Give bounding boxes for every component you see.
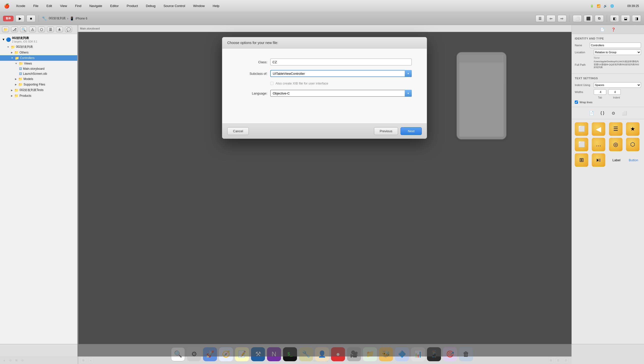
sidebar-list-icon[interactable]: ☰ xyxy=(47,27,54,32)
breadcrumb-project[interactable]: 002好友列表 xyxy=(49,16,66,20)
sidebar-item-supporting-files[interactable]: ▶ 📁 Supporting Files xyxy=(0,82,77,87)
widget-icon-7[interactable]: ◎ xyxy=(609,138,622,151)
sidebar-bookmark-icon[interactable]: ⬡ xyxy=(38,27,45,32)
right-panel: 📄 ❓ Identity and Type Name Location Rela… xyxy=(572,25,644,364)
menu-find[interactable]: Find xyxy=(74,4,83,8)
menu-file[interactable]: File xyxy=(32,4,40,8)
identity-type-section: Identity and Type Name Location Relative… xyxy=(572,34,644,74)
apple-menu[interactable]: 🍎 xyxy=(4,3,10,9)
storyboard-canvas: Choose options for your new file: Class:… xyxy=(78,32,572,356)
hide-right-panel-button[interactable]: ◨ xyxy=(632,15,641,22)
indent-width-input[interactable] xyxy=(608,89,621,95)
sidebar-item-controllers[interactable]: ▼ 📁 Controllers xyxy=(0,55,77,61)
next-button[interactable]: Next xyxy=(400,127,422,135)
hide-left-panel-button[interactable]: ◧ xyxy=(610,15,619,22)
project-panel-button[interactable]: ⬜ xyxy=(621,110,628,116)
sidebar-item-models[interactable]: ▶ 📁 Models xyxy=(0,76,77,82)
widget-icon-10[interactable]: ⏯ xyxy=(592,153,605,167)
widget-icon-6[interactable]: … xyxy=(592,138,605,151)
expand-icon: ▶ xyxy=(15,83,17,86)
sidebar-item-label: Controllers xyxy=(20,56,34,60)
sidebar-item-tests[interactable]: ▶ 📁 002好友列表Tests xyxy=(0,87,77,93)
button-widget-text: Button xyxy=(629,158,638,162)
editor-layout-3-button[interactable]: ⇨ xyxy=(558,15,566,22)
menu-window[interactable]: Window xyxy=(192,4,206,8)
name-input[interactable] xyxy=(590,42,641,48)
menu-help[interactable]: Help xyxy=(211,4,221,8)
file-inspector-button[interactable]: 📄 xyxy=(600,26,606,32)
sidebar-folder-icon[interactable]: 📁 xyxy=(2,27,9,32)
editor-layout-2-button[interactable]: ⇦ xyxy=(546,15,556,22)
widget-label-cell[interactable]: Label xyxy=(609,153,624,167)
sidebar-item-others[interactable]: ▶ 📁 Others xyxy=(0,50,77,55)
menu-view[interactable]: View xyxy=(58,4,68,8)
widths-row: Widths xyxy=(575,89,641,95)
run-button[interactable]: ▶ xyxy=(16,15,24,22)
sidebar-item-label: LaunchScreen.xib xyxy=(23,72,47,76)
sidebar-item-products[interactable]: ▶ 📁 Products xyxy=(0,93,77,98)
menu-navigate[interactable]: Navigate xyxy=(88,4,104,8)
widget-icon-1[interactable]: ⬜ xyxy=(575,122,588,136)
stop-square-button[interactable]: ■ xyxy=(26,15,36,22)
target-panel-button[interactable]: ⊙ xyxy=(610,110,617,116)
wrap-lines-checkbox[interactable] xyxy=(575,100,578,104)
menubar-right-icons: 🔋📶🔊🌐 xyxy=(590,4,614,8)
sidebar-item-mainstoryboard[interactable]: 🖼 Main.storyboard xyxy=(0,66,77,71)
indent-using-select[interactable]: Spaces Tabs xyxy=(594,82,641,88)
widget-button-cell[interactable]: Button xyxy=(626,153,641,167)
stop-button[interactable]: 暂停 xyxy=(3,16,14,21)
sidebar-item-launchscreen[interactable]: 🖼 LaunchScreen.xib xyxy=(0,71,77,76)
widget-icon-8[interactable]: ⬡ xyxy=(626,138,640,151)
sidebar-git-icon[interactable]: ⎇ xyxy=(11,27,18,32)
editor-layout-1-button[interactable]: ☰ xyxy=(536,15,544,22)
widget-icon-3[interactable]: ☰ xyxy=(609,122,622,136)
sidebar-item-project-group[interactable]: ▼ 📁 002好友列表 xyxy=(0,44,77,50)
menu-editor[interactable]: Editor xyxy=(109,4,120,8)
sidebar-search-icon[interactable]: 🔍 xyxy=(20,27,27,32)
previous-button[interactable]: Previous xyxy=(374,127,398,135)
class-input[interactable] xyxy=(270,58,412,66)
sidebar-branch-icon[interactable]: ⋔ xyxy=(56,27,63,32)
folder-icon: 📁 xyxy=(14,50,18,54)
widget-icon-9[interactable]: ⊞ xyxy=(575,153,588,167)
sidebar-project-root[interactable]: ▼ 🔵 002好友列表 2 targets, iOS SDK 8.1 xyxy=(0,35,77,44)
menu-xcode[interactable]: Xcode xyxy=(14,4,27,8)
hide-bottom-panel-button[interactable]: ⬓ xyxy=(621,15,630,22)
widget-icon-2[interactable]: ◀ xyxy=(592,122,605,136)
location-select[interactable]: Relative to Group Absolute Path xyxy=(594,50,641,55)
xib-checkbox[interactable] xyxy=(270,82,274,85)
code-panel-button[interactable]: { } xyxy=(599,110,606,116)
menubar-time: 09:39:25 xyxy=(627,4,639,8)
menu-debug[interactable]: Debug xyxy=(144,4,157,8)
menu-product[interactable]: Product xyxy=(125,4,140,8)
menubar: 🍎 Xcode File Edit View Find Navigate Edi… xyxy=(0,0,644,12)
file-panel-button[interactable]: 📄 xyxy=(588,110,595,116)
tab-indent-labels: Tab Indent xyxy=(594,96,641,99)
wrap-lines-row: Wrap lines xyxy=(575,100,641,104)
content-area: Main.storyboard Choose options for your … xyxy=(78,25,572,364)
tab-main-storyboard[interactable]: Main.storyboard xyxy=(80,27,100,30)
version-editor-button[interactable]: ⧉ xyxy=(595,15,604,22)
sidebar-item-label: Models xyxy=(24,77,33,81)
widget-icon-5[interactable]: ⬜ xyxy=(575,138,588,151)
cancel-button[interactable]: Cancel xyxy=(227,127,249,135)
toolbar: 暂停 ▶ ■ 🔧 002好友列表 › 📱 iPhone 6 ☰ ⇦ ⇨ ⬜ ⬛ … xyxy=(0,12,644,25)
quick-help-button[interactable]: ❓ xyxy=(610,26,616,32)
sidebar-item-views[interactable]: ▼ 📁 Views xyxy=(0,61,77,66)
subclass-select[interactable]: UITableViewController UIViewController U… xyxy=(270,70,412,77)
breadcrumb-device[interactable]: iPhone 6 xyxy=(76,17,87,20)
sidebar-item-label: 002好友列表Tests xyxy=(20,88,44,92)
widget-icon-4[interactable]: ★ xyxy=(626,122,640,136)
language-select[interactable]: Objective-C Swift xyxy=(270,90,412,97)
standard-editor-button[interactable]: ⬜ xyxy=(573,15,582,22)
new-file-dialog: Choose options for your new file: Class:… xyxy=(222,37,427,139)
sidebar-chat-icon[interactable]: 💬 xyxy=(65,27,72,32)
project-logo: 🔵 xyxy=(6,37,11,42)
menu-edit[interactable]: Edit xyxy=(45,4,54,8)
menu-source-control[interactable]: Source Control xyxy=(162,4,187,8)
tab-width-input[interactable] xyxy=(594,89,606,95)
xib-checkbox-label: Also create XIB file for user interface xyxy=(276,82,328,85)
sidebar-warning-icon[interactable]: ⚠ xyxy=(29,27,36,32)
sidebar-item-label: Supporting Files xyxy=(24,83,45,86)
assistant-editor-button[interactable]: ⬛ xyxy=(584,15,593,22)
